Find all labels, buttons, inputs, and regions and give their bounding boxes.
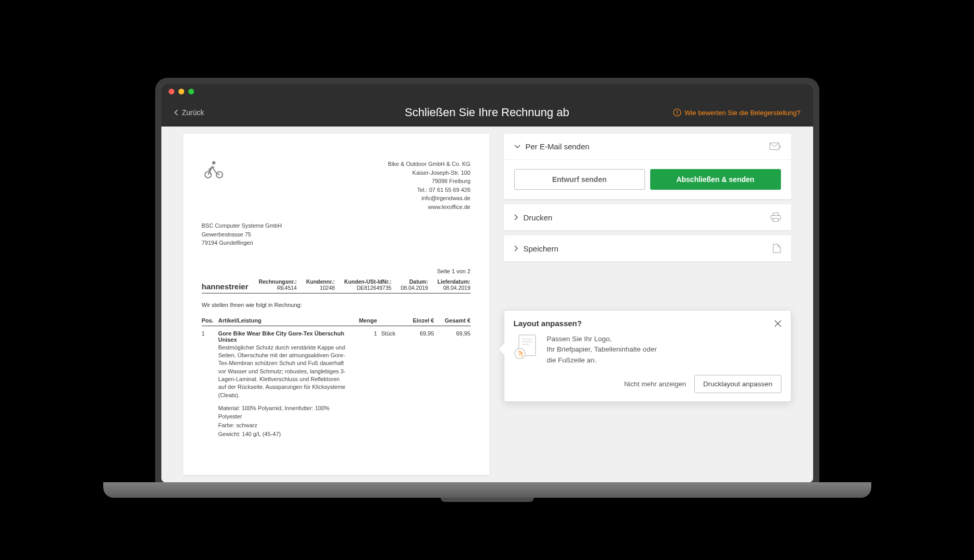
line-item-row: 1 Gore Bike Wear Bike City Gore-Tex Über… — [202, 330, 471, 439]
vat-id-label: Kunden-USt-IdNr.: — [344, 278, 391, 285]
company-tel: Tel.: 07 61 55 69 426 — [388, 186, 471, 194]
recipient-address: BSC Computer Systeme GmbH Gewerbestrasse… — [202, 221, 471, 247]
page-indicator: Seite 1 von 2 — [202, 268, 471, 274]
date-label: Datum: — [401, 278, 428, 285]
document-question-icon: ? ! — [514, 334, 539, 361]
app-header: Zurück Schließen Sie Ihre Rechnung ab Wi… — [161, 99, 813, 127]
company-web: www.lexoffice.de — [388, 203, 471, 212]
col-unitprice: Einzel € — [403, 317, 434, 324]
popover-line2: Ihr Briefpapier, Tabelleninhalte oder — [547, 344, 657, 355]
col-unit-spacer — [377, 317, 403, 324]
item-weight: Gewicht: 140 g/L (45-47) — [218, 430, 346, 438]
print-panel: Drucken — [504, 204, 791, 230]
invoice-title: hannestreier — [202, 282, 249, 291]
document-icon — [773, 244, 781, 253]
invoice-meta-row: hannestreier Rechnungsnr.: RE4514 Kunden… — [202, 278, 471, 293]
close-window-icon[interactable] — [169, 89, 174, 94]
window-controls — [161, 84, 813, 99]
invoice-preview: Bike & Outdoor GmbH & Co. KG Kaiser-Jose… — [183, 134, 489, 475]
item-name: Gore Bike Wear Bike City Gore-Tex Übersc… — [218, 330, 346, 343]
customer-nr: 10248 — [306, 285, 335, 291]
item-material: Material: 100% Polyamid, Innenfutter: 10… — [218, 404, 346, 421]
laptop-frame: Zurück Schließen Sie Ihre Rechnung ab Wi… — [155, 78, 819, 482]
layout-popover: Layout anpassen? — [504, 310, 791, 402]
envelope-icon — [770, 143, 781, 151]
email-panel-title: Per E-Mail senden — [526, 142, 589, 151]
adjust-layout-button[interactable]: Drucklayout anpassen — [694, 375, 781, 393]
minimize-window-icon[interactable] — [179, 89, 184, 94]
item-qty: 1 — [346, 330, 377, 439]
save-panel-header[interactable]: Speichern — [504, 235, 791, 261]
back-label: Zurück — [182, 108, 204, 117]
svg-text:!: ! — [521, 352, 523, 359]
svg-point-2 — [677, 114, 678, 115]
recipient-name: BSC Computer Systeme GmbH — [202, 221, 471, 230]
feedback-link[interactable]: Wie bewerten Sie die Belegerstellung? — [673, 108, 800, 117]
chevron-right-icon — [514, 245, 518, 251]
svg-rect-7 — [773, 213, 778, 216]
item-color: Farbe: schwarz — [218, 422, 346, 429]
email-panel: Per E-Mail senden Entwurf senden Abschli… — [504, 134, 791, 199]
app-screen: Zurück Schließen Sie Ihre Rechnung ab Wi… — [161, 84, 813, 482]
col-total: Gesamt € — [434, 317, 471, 324]
finalize-send-button[interactable]: Abschließen & senden — [650, 169, 781, 190]
item-pos: 1 — [202, 330, 218, 439]
maximize-window-icon[interactable] — [188, 89, 194, 94]
invoice-intro: Wir stellen Ihnen wie folgt in Rechnung: — [202, 302, 471, 308]
invoice-nr-label: Rechnungsnr.: — [258, 278, 297, 285]
delivery-value: 08.04.2019 — [437, 285, 471, 291]
item-unitprice: 69,95 — [403, 330, 434, 439]
back-button[interactable]: Zurück — [174, 108, 204, 117]
chevron-down-icon — [514, 145, 520, 149]
send-draft-button[interactable]: Entwurf senden — [514, 169, 645, 190]
col-pos: Pos. — [202, 317, 218, 324]
popover-title: Layout anpassen? — [514, 319, 582, 328]
email-panel-header[interactable]: Per E-Mail senden — [504, 134, 791, 159]
vat-id: DE812649735 — [344, 285, 391, 291]
company-name: Bike & Outdoor GmbH & Co. KG — [388, 160, 471, 169]
svg-rect-9 — [773, 218, 778, 221]
recipient-city: 79194 Gundelfingen — [202, 239, 471, 247]
print-panel-header[interactable]: Drucken — [504, 204, 791, 230]
close-icon[interactable] — [774, 320, 781, 327]
printer-icon — [771, 213, 781, 222]
recipient-street: Gewerbestrasse 75 — [202, 230, 471, 239]
print-panel-title: Drucken — [524, 213, 553, 222]
page-title: Schließen Sie Ihre Rechnung ab — [405, 106, 569, 119]
popover-line3: die Fußzeile an. — [547, 355, 657, 366]
company-street: Kaiser-Joseph-Str. 100 — [388, 169, 471, 177]
sender-company: Bike & Outdoor GmbH & Co. KG Kaiser-Jose… — [388, 160, 471, 211]
item-unit: Stück — [377, 330, 403, 439]
item-article: Gore Bike Wear Bike City Gore-Tex Übersc… — [218, 330, 346, 439]
dismiss-button[interactable]: Nicht mehr anzeigen — [624, 380, 686, 388]
col-article: Artikel/Leistung — [218, 317, 346, 324]
invoice-logo — [202, 160, 224, 211]
save-panel: Speichern — [504, 235, 791, 261]
svg-point-5 — [212, 161, 215, 164]
feedback-label: Wie bewerten Sie die Belegerstellung? — [684, 109, 800, 117]
item-total: 69,95 — [434, 330, 471, 439]
delivery-label: Lieferdatum: — [437, 278, 471, 285]
popover-text: Passen Sie Ihr Logo, Ihr Briefpapier, Ta… — [547, 334, 657, 366]
save-panel-title: Speichern — [524, 244, 559, 253]
chevron-right-icon — [514, 214, 518, 220]
actions-sidebar: Per E-Mail senden Entwurf senden Abschli… — [504, 134, 791, 475]
invoice-nr: RE4514 — [258, 285, 297, 291]
company-email: info@irgendwas.de — [388, 194, 471, 203]
date-value: 08.04.2019 — [401, 285, 428, 291]
alert-icon — [673, 108, 681, 117]
col-qty: Menge — [346, 317, 377, 324]
company-city: 79098 Freiburg — [388, 177, 471, 186]
chevron-left-icon — [174, 109, 178, 116]
content-area: Bike & Outdoor GmbH & Co. KG Kaiser-Jose… — [161, 127, 813, 482]
popover-line1: Passen Sie Ihr Logo, — [547, 334, 657, 344]
email-panel-body: Entwurf senden Abschließen & senden — [504, 159, 791, 199]
laptop-notch — [441, 498, 534, 502]
item-desc: Bestmöglicher Schutz durch verstärkte Ka… — [218, 344, 346, 400]
customer-nr-label: Kundennr.: — [306, 278, 335, 285]
laptop-base — [103, 482, 871, 498]
line-items-header: Pos. Artikel/Leistung Menge Einzel € Ges… — [202, 317, 471, 326]
